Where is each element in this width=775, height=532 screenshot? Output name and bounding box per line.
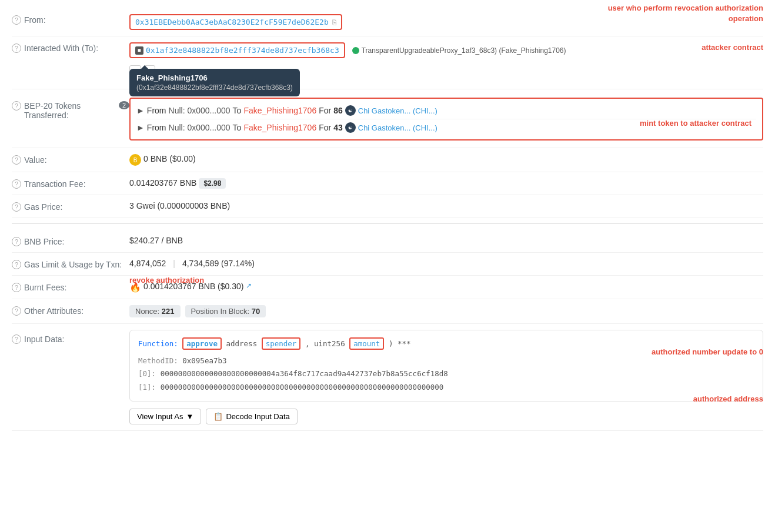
inputdata-content: Function: approve address spender , uint… xyxy=(129,330,763,424)
value-content: B 0 BNB ($0.00) xyxy=(129,154,763,166)
fn-keyword: Function: xyxy=(138,339,178,348)
interacted-value: ■ 0x1af32e8488822bf8e2fff374de8d737ecfb3… xyxy=(129,42,763,77)
param0-label: [0]: xyxy=(138,369,156,378)
bep20-count: 2 xyxy=(119,101,129,109)
position-value: 70 xyxy=(252,307,260,316)
chi-icon-1: ☯ xyxy=(345,105,356,116)
attacker-annotation: attacker contract xyxy=(701,42,763,53)
other-attrs-row: ? Other Attributes: Nonce: 221 Position … xyxy=(12,299,763,324)
t2-from: From xyxy=(147,123,166,132)
t2-token[interactable]: Chi Gastoken... (CHI...) xyxy=(358,123,437,132)
decode-button[interactable]: 📋 Decode Input Data xyxy=(206,409,297,424)
bnb-icon: B xyxy=(129,154,141,166)
fn-name-box: approve xyxy=(182,337,222,350)
burntfees-row: ? Burnt Fees: 🔥 0.0014203767 BNB ($0.30)… xyxy=(12,276,763,299)
gasprice-label: ? Gas Price: xyxy=(12,201,129,212)
burntfees-label: ? Burnt Fees: xyxy=(12,282,129,292)
t2-to: To xyxy=(233,123,242,132)
chi-icon-2: ☯ xyxy=(345,122,356,133)
tooltip-box: Fake_Phishing1706 (0x1af32e8488822bf8e2f… xyxy=(129,69,300,96)
value-help-icon[interactable]: ? xyxy=(12,155,21,165)
bnbprice-content: $240.27 / BNB xyxy=(129,236,763,245)
transfer-row-1: ► From Null: 0x000...000 To Fake_Phishin… xyxy=(136,102,756,119)
fn-suffix: *** xyxy=(397,339,411,348)
auth-num-annotation: authorized number update to 0 xyxy=(652,347,763,356)
gasprice-content: 3 Gwei (0.000000003 BNB) xyxy=(129,201,763,210)
interacted-help-icon[interactable]: ? xyxy=(12,44,21,53)
gaslimit-help-icon[interactable]: ? xyxy=(12,260,21,269)
t1-token[interactable]: Chi Gastoken... (CHI...) xyxy=(358,106,437,115)
txfee-content: 0.014203767 BNB $2.98 xyxy=(129,178,763,189)
fn-amount-box: amount xyxy=(349,337,384,350)
value-label: ? Value: xyxy=(12,154,129,165)
t1-null: Null: 0x000...000 xyxy=(169,106,231,115)
gaslimit-label: ? Gas Limit & Usage by Txn: xyxy=(12,259,129,269)
from-label: ? From: xyxy=(12,14,129,25)
bnbprice-amount: $240.27 / BNB xyxy=(129,236,183,245)
fn-spender-box: spender xyxy=(262,337,301,350)
burntfees-content: 🔥 0.0014203767 BNB ($0.30) ↗ xyxy=(129,282,763,293)
gasprice-help-icon[interactable]: ? xyxy=(12,202,21,212)
bep20-help-icon[interactable]: ? xyxy=(12,101,21,111)
t2-amount: 43 xyxy=(333,123,343,132)
burntfees-help-icon[interactable]: ? xyxy=(12,283,21,292)
burntfees-ext-link[interactable]: ↗ xyxy=(246,282,252,290)
t1-from: From xyxy=(147,106,166,115)
decode-label: Decode Input Data xyxy=(226,412,289,421)
gasprice-row: ? Gas Price: 3 Gwei (0.000000003 BNB) xyxy=(12,195,763,218)
view-input-button[interactable]: View Input As ▼ xyxy=(129,409,201,424)
from-address: 0x31EBEDebb0AaC3ebAaC8230E2fcF59E7deD62E… xyxy=(135,18,329,26)
t1-for: For xyxy=(319,106,331,115)
arrow1: ► xyxy=(136,106,145,115)
inputdata-row: ? Input Data: Function: approve address … xyxy=(12,324,763,431)
auth-addr-annotation: authorized address xyxy=(693,394,763,403)
nonce-badge: Nonce: 221 xyxy=(129,305,181,317)
txfee-usd-badge: $2.98 xyxy=(199,178,226,189)
from-annotation: user who perform revocation authorizatio… xyxy=(575,3,763,24)
gaslimit-amount: 4,874,052 xyxy=(129,259,166,268)
param1-label: [1]: xyxy=(138,383,156,392)
other-content: Nonce: 221 Position In Block: 70 xyxy=(129,305,763,317)
other-help-icon[interactable]: ? xyxy=(12,306,21,316)
chevron-down-icon: ▼ xyxy=(186,412,194,421)
interacted-address: 0x1af32e8488822bf8e2fff374de8d737ecfb368… xyxy=(146,46,339,55)
button-row: View Input As ▼ 📋 Decode Input Data xyxy=(129,409,298,424)
t2-for: For xyxy=(319,123,331,132)
decode-icon: 📋 xyxy=(213,412,223,421)
contract-icon: ■ xyxy=(135,46,143,55)
from-help-icon[interactable]: ? xyxy=(12,15,21,25)
inputdata-help-icon[interactable]: ? xyxy=(12,334,21,344)
param1-line: [1]: 00000000000000000000000000000000000… xyxy=(138,381,754,394)
txfee-help-icon[interactable]: ? xyxy=(12,179,21,189)
gaslimit-usage: 4,734,589 (97.14%) xyxy=(182,259,255,268)
nonce-value: 221 xyxy=(162,307,175,316)
method-id-label: MethodID: xyxy=(138,356,178,365)
bnbprice-help-icon[interactable]: ? xyxy=(12,237,21,246)
revoke-annotation: revoke authorization xyxy=(129,276,204,285)
mint-annotation: mint token to attacker contract xyxy=(640,119,751,128)
t2-phishing[interactable]: Fake_Phishing1706 xyxy=(243,123,316,132)
bep20-label: ? BEP-20 Tokens Transferred: 2 xyxy=(12,98,129,120)
from-address-box: 0x31EBEDebb0AaC3ebAaC8230E2fcF59E7deD62E… xyxy=(129,14,342,30)
copy-icon[interactable]: ⎘ xyxy=(332,18,336,26)
value-row: ? Value: B 0 BNB ($0.00) xyxy=(12,148,763,172)
param0-line: [0]: 00000000000000000000000004a364f8c71… xyxy=(138,367,754,381)
txfee-row: ? Transaction Fee: 0.014203767 BNB $2.98 xyxy=(12,172,763,195)
t1-amount: 86 xyxy=(333,106,343,115)
inputdata-label: ? Input Data: xyxy=(12,330,129,344)
txfee-amount: 0.014203767 BNB xyxy=(129,178,196,188)
position-badge: Position In Block: 70 xyxy=(185,305,266,317)
tooltip-title: Fake_Phishing1706 xyxy=(136,73,293,82)
txfee-label: ? Transaction Fee: xyxy=(12,178,129,189)
t1-phishing[interactable]: Fake_Phishing1706 xyxy=(243,106,316,115)
green-dot-icon xyxy=(352,47,359,54)
input-data-box: Function: approve address spender , uint… xyxy=(129,330,763,401)
gasprice-amount: 3 Gwei (0.000000003 BNB) xyxy=(129,201,230,210)
param0-val: 00000000000000000000000004a364f8c717caad… xyxy=(161,369,448,378)
tooltip-addr: (0x1af32e8488822bf8e2fff374de8d737ecfb36… xyxy=(136,83,293,92)
bnbprice-label: ? BNB Price: xyxy=(12,236,129,246)
bnbprice-row: ? BNB Price: $240.27 / BNB xyxy=(12,230,763,253)
view-input-label: View Input As xyxy=(137,412,183,421)
gaslimit-content: 4,874,052 | 4,734,589 (97.14%) xyxy=(129,259,763,268)
fn-params: address xyxy=(226,339,257,348)
